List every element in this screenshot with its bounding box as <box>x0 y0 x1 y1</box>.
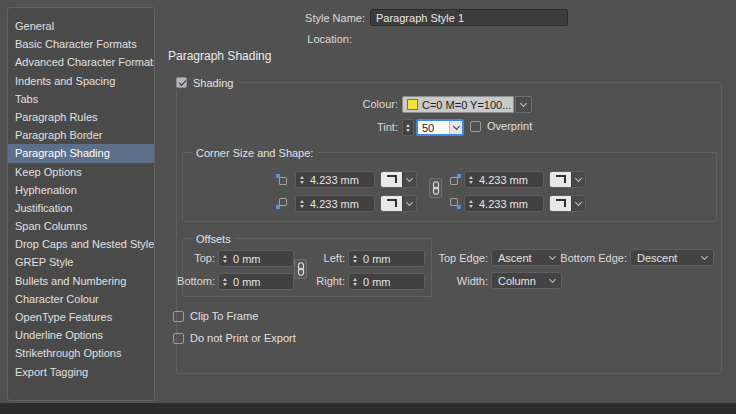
stepper-down-icon[interactable] <box>406 129 410 132</box>
sidebar-item-hyphenation[interactable]: Hyphenation <box>8 181 154 199</box>
top-edge-label: Top Edge: <box>388 252 488 264</box>
corner-shape-icon <box>550 196 571 211</box>
sidebar-item-underline-options[interactable]: Underline Options <box>8 326 154 344</box>
sidebar-item-keep-options[interactable]: Keep Options <box>8 163 154 181</box>
sidebar-list: GeneralBasic Character FormatsAdvanced C… <box>7 7 155 401</box>
sidebar-item-paragraph-rules[interactable]: Paragraph Rules <box>8 108 154 126</box>
corner-top-right-value: 4.233 mm <box>476 174 528 186</box>
sidebar-item-justification[interactable]: Justification <box>8 199 154 217</box>
chain-link-icon <box>297 262 305 276</box>
sidebar-item-advanced-character-formats[interactable]: Advanced Character Formats <box>8 53 154 71</box>
colour-field: C=0 M=0 Y=100... <box>402 96 514 113</box>
sidebar-item-basic-character-formats[interactable]: Basic Character Formats <box>8 35 154 53</box>
corner-top-left-icon <box>276 174 287 185</box>
tint-combobox[interactable]: 50 <box>416 119 464 136</box>
offsets-group-title: Offsets <box>191 231 236 246</box>
stepper-up-icon[interactable] <box>406 124 410 127</box>
offset-top-field[interactable]: 0 mm <box>218 250 294 267</box>
stepper-icon[interactable] <box>219 278 230 286</box>
colour-select[interactable]: C=0 M=0 Y=100... <box>402 96 532 113</box>
corner-top-left-value: 4.233 mm <box>307 174 359 186</box>
location-label: Location: <box>215 33 352 45</box>
sidebar-item-grep-style[interactable]: GREP Style <box>8 253 154 271</box>
stepper-icon[interactable] <box>465 200 476 208</box>
sidebar-item-character-colour[interactable]: Character Colour <box>8 290 154 308</box>
bottom-edge-select[interactable]: Descent <box>630 249 714 266</box>
overprint-label: Overprint <box>487 120 532 132</box>
link-corner-settings-button[interactable] <box>429 178 442 198</box>
shading-toggle[interactable]: Shading <box>171 75 238 90</box>
chevron-down-icon <box>701 253 708 260</box>
stepper-icon[interactable] <box>296 200 307 208</box>
style-name-input[interactable] <box>370 9 568 26</box>
shading-checkbox-label: Shading <box>193 77 233 89</box>
corner-bottom-right-shape-select[interactable] <box>549 195 586 212</box>
stepper-icon[interactable] <box>349 255 360 263</box>
width-value: Column <box>498 275 536 287</box>
corner-bottom-left-field[interactable]: 4.233 mm <box>295 195 375 212</box>
offsets-group: Offsets Top: 0 mm Bottom: 0 mm Left: 0 <box>182 238 432 297</box>
chevron-down-icon[interactable] <box>402 172 416 187</box>
dialog-bottom-bar <box>0 403 736 414</box>
corner-bottom-right-value: 4.233 mm <box>476 198 528 210</box>
sidebar-item-span-columns[interactable]: Span Columns <box>8 217 154 235</box>
corner-bottom-left-value: 4.233 mm <box>307 198 359 210</box>
do-not-print-label: Do not Print or Export <box>190 332 296 344</box>
sidebar-item-export-tagging[interactable]: Export Tagging <box>8 363 154 381</box>
sidebar-item-indents-and-spacing[interactable]: Indents and Spacing <box>8 72 154 90</box>
offset-bottom-field[interactable]: 0 mm <box>218 273 294 290</box>
sidebar-item-paragraph-shading[interactable]: Paragraph Shading <box>8 144 154 162</box>
corner-top-right-icon <box>450 174 461 185</box>
do-not-print-option[interactable]: Do not Print or Export <box>173 332 296 344</box>
chevron-down-icon[interactable] <box>515 96 532 113</box>
corner-top-left-shape-select[interactable] <box>380 171 417 188</box>
offset-right-label: Right: <box>293 275 345 287</box>
shading-group: Shading Colour: C=0 M=0 Y=100... Tint: 5… <box>176 82 722 374</box>
sidebar-item-tabs[interactable]: Tabs <box>8 90 154 108</box>
page-title: Paragraph Shading <box>168 49 271 63</box>
bottom-edge-value: Descent <box>637 252 677 264</box>
offset-left-value: 0 mm <box>360 253 391 265</box>
sidebar-item-bullets-and-numbering[interactable]: Bullets and Numbering <box>8 272 154 290</box>
overprint-option[interactable]: Overprint <box>470 120 532 132</box>
corner-top-left-field[interactable]: 4.233 mm <box>295 171 375 188</box>
sidebar-item-strikethrough-options[interactable]: Strikethrough Options <box>8 344 154 362</box>
width-select[interactable]: Column <box>491 272 562 289</box>
corner-shape-icon <box>381 172 402 187</box>
chevron-down-icon[interactable] <box>449 121 462 134</box>
stepper-icon[interactable] <box>219 255 230 263</box>
tint-stepper[interactable] <box>402 119 414 136</box>
style-name-label: Style Name: <box>215 12 365 24</box>
clip-to-frame-checkbox[interactable] <box>173 311 184 322</box>
offset-bottom-label: Bottom: <box>169 275 215 287</box>
width-label: Width: <box>388 275 488 287</box>
tint-value[interactable]: 50 <box>418 121 449 134</box>
do-not-print-checkbox[interactable] <box>173 333 184 344</box>
corner-shape-icon <box>550 172 571 187</box>
corner-group-title: Corner Size and Shape: <box>191 145 318 160</box>
stepper-icon[interactable] <box>349 278 360 286</box>
shading-checkbox[interactable] <box>176 77 187 88</box>
corner-top-right-field[interactable]: 4.233 mm <box>464 171 544 188</box>
chain-link-icon <box>432 181 440 195</box>
stepper-icon[interactable] <box>465 176 476 184</box>
sidebar-item-drop-caps-and-nested-styles[interactable]: Drop Caps and Nested Styles <box>8 235 154 253</box>
corner-top-right-shape-select[interactable] <box>549 171 586 188</box>
colour-label: Colour: <box>268 98 398 110</box>
chevron-down-icon[interactable] <box>571 172 585 187</box>
sidebar-item-general[interactable]: General <box>8 17 154 35</box>
chevron-down-icon[interactable] <box>571 196 585 211</box>
sidebar-item-opentype-features[interactable]: OpenType Features <box>8 308 154 326</box>
corner-bottom-left-shape-select[interactable] <box>380 195 417 212</box>
offset-bottom-value: 0 mm <box>230 276 261 288</box>
stepper-icon[interactable] <box>296 176 307 184</box>
sidebar-item-paragraph-border[interactable]: Paragraph Border <box>8 126 154 144</box>
corner-bottom-right-field[interactable]: 4.233 mm <box>464 195 544 212</box>
corner-bottom-right-icon <box>450 198 461 209</box>
clip-to-frame-option[interactable]: Clip To Frame <box>173 310 258 322</box>
clip-to-frame-label: Clip To Frame <box>190 310 258 322</box>
chevron-down-icon[interactable] <box>402 196 416 211</box>
bottom-edge-label: Bottom Edge: <box>517 252 627 264</box>
offset-top-value: 0 mm <box>230 253 261 265</box>
overprint-checkbox[interactable] <box>470 121 481 132</box>
